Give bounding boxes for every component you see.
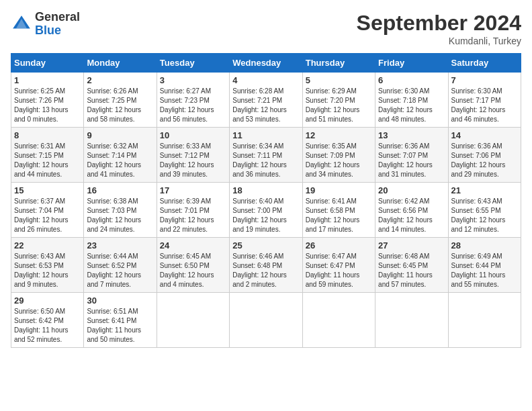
day-number: 28 [451, 240, 518, 250]
day-number: 21 [451, 185, 518, 195]
week-row-4: 22 Sunrise: 6:43 AMSunset: 6:53 PMDaylig… [11, 238, 521, 293]
col-friday: Friday [375, 54, 448, 73]
table-cell [230, 293, 302, 348]
table-cell: 10 Sunrise: 6:33 AMSunset: 7:12 PMDaylig… [157, 128, 229, 183]
day-number: 9 [87, 130, 153, 140]
cell-content: Sunrise: 6:29 AMSunset: 7:20 PMDaylight:… [306, 87, 372, 124]
cell-content: Sunrise: 6:50 AMSunset: 6:42 PMDaylight:… [14, 307, 81, 345]
day-number: 20 [378, 185, 445, 195]
day-number: 15 [14, 185, 81, 195]
cell-content: Sunrise: 6:34 AMSunset: 7:11 PMDaylight:… [232, 142, 299, 179]
table-cell: 6 Sunrise: 6:30 AMSunset: 7:18 PMDayligh… [375, 73, 448, 128]
cell-content: Sunrise: 6:35 AMSunset: 7:09 PMDaylight:… [306, 142, 372, 179]
col-saturday: Saturday [448, 54, 521, 73]
day-number: 8 [14, 130, 81, 140]
cell-content: Sunrise: 6:48 AMSunset: 6:45 PMDaylight:… [378, 252, 445, 289]
cell-content: Sunrise: 6:43 AMSunset: 6:55 PMDaylight:… [451, 197, 518, 234]
table-cell: 29 Sunrise: 6:50 AMSunset: 6:42 PMDaylig… [11, 293, 84, 348]
cell-content: Sunrise: 6:37 AMSunset: 7:04 PMDaylight:… [14, 197, 81, 234]
day-number: 11 [232, 130, 299, 140]
table-cell: 12 Sunrise: 6:35 AMSunset: 7:09 PMDaylig… [302, 128, 375, 183]
col-wednesday: Wednesday [230, 54, 302, 73]
day-number: 16 [87, 185, 153, 195]
day-number: 14 [451, 130, 518, 140]
table-cell: 1 Sunrise: 6:25 AMSunset: 7:26 PMDayligh… [11, 73, 84, 128]
cell-content: Sunrise: 6:28 AMSunset: 7:21 PMDaylight:… [232, 87, 299, 124]
col-monday: Monday [84, 54, 157, 73]
day-number: 24 [160, 240, 226, 250]
table-cell: 19 Sunrise: 6:41 AMSunset: 6:58 PMDaylig… [302, 183, 375, 238]
logo: General Blue [11, 11, 80, 38]
location-subtitle: Kumdanli, Turkey [357, 36, 521, 46]
cell-content: Sunrise: 6:36 AMSunset: 7:07 PMDaylight:… [378, 142, 445, 179]
day-number: 19 [306, 185, 372, 195]
day-number: 5 [306, 75, 372, 85]
table-cell: 13 Sunrise: 6:36 AMSunset: 7:07 PMDaylig… [375, 128, 448, 183]
table-cell: 23 Sunrise: 6:44 AMSunset: 6:52 PMDaylig… [84, 238, 157, 293]
table-cell: 22 Sunrise: 6:43 AMSunset: 6:53 PMDaylig… [11, 238, 84, 293]
day-number: 25 [232, 240, 299, 250]
week-row-3: 15 Sunrise: 6:37 AMSunset: 7:04 PMDaylig… [11, 183, 521, 238]
table-cell: 20 Sunrise: 6:42 AMSunset: 6:56 PMDaylig… [375, 183, 448, 238]
cell-content: Sunrise: 6:41 AMSunset: 6:58 PMDaylight:… [306, 197, 372, 234]
cell-content: Sunrise: 6:33 AMSunset: 7:12 PMDaylight:… [160, 142, 226, 179]
table-cell: 3 Sunrise: 6:27 AMSunset: 7:23 PMDayligh… [157, 73, 229, 128]
day-number: 29 [14, 295, 81, 306]
table-cell: 16 Sunrise: 6:38 AMSunset: 7:03 PMDaylig… [84, 183, 157, 238]
header-row: Sunday Monday Tuesday Wednesday Thursday… [11, 54, 521, 73]
day-number: 17 [160, 185, 226, 195]
cell-content: Sunrise: 6:38 AMSunset: 7:03 PMDaylight:… [87, 197, 153, 234]
day-number: 23 [87, 240, 153, 250]
cell-content: Sunrise: 6:26 AMSunset: 7:25 PMDaylight:… [87, 87, 153, 124]
cell-content: Sunrise: 6:46 AMSunset: 6:48 PMDaylight:… [232, 252, 299, 289]
cell-content: Sunrise: 6:32 AMSunset: 7:14 PMDaylight:… [87, 142, 153, 179]
week-row-1: 1 Sunrise: 6:25 AMSunset: 7:26 PMDayligh… [11, 73, 521, 128]
cell-content: Sunrise: 6:30 AMSunset: 7:18 PMDaylight:… [378, 87, 445, 124]
day-number: 22 [14, 240, 81, 250]
table-cell: 17 Sunrise: 6:39 AMSunset: 7:01 PMDaylig… [157, 183, 229, 238]
day-number: 3 [160, 75, 226, 85]
cell-content: Sunrise: 6:27 AMSunset: 7:23 PMDaylight:… [160, 87, 226, 124]
cell-content: Sunrise: 6:43 AMSunset: 6:53 PMDaylight:… [14, 252, 81, 289]
table-cell: 28 Sunrise: 6:49 AMSunset: 6:44 PMDaylig… [448, 238, 521, 293]
day-number: 10 [160, 130, 226, 140]
cell-content: Sunrise: 6:25 AMSunset: 7:26 PMDaylight:… [14, 87, 81, 124]
day-number: 13 [378, 130, 445, 140]
calendar-table: Sunday Monday Tuesday Wednesday Thursday… [11, 53, 521, 348]
col-thursday: Thursday [302, 54, 375, 73]
day-number: 1 [14, 75, 81, 85]
day-number: 4 [232, 75, 299, 85]
day-number: 18 [232, 185, 299, 195]
logo-icon [11, 13, 32, 35]
cell-content: Sunrise: 6:36 AMSunset: 7:06 PMDaylight:… [451, 142, 518, 179]
table-cell: 14 Sunrise: 6:36 AMSunset: 7:06 PMDaylig… [448, 128, 521, 183]
day-number: 6 [378, 75, 445, 85]
cell-content: Sunrise: 6:42 AMSunset: 6:56 PMDaylight:… [378, 197, 445, 234]
col-tuesday: Tuesday [157, 54, 229, 73]
table-cell: 4 Sunrise: 6:28 AMSunset: 7:21 PMDayligh… [230, 73, 302, 128]
table-cell [302, 293, 375, 348]
table-cell: 8 Sunrise: 6:31 AMSunset: 7:15 PMDayligh… [11, 128, 84, 183]
logo-general: General [35, 11, 80, 24]
table-cell: 5 Sunrise: 6:29 AMSunset: 7:20 PMDayligh… [302, 73, 375, 128]
cell-content: Sunrise: 6:30 AMSunset: 7:17 PMDaylight:… [451, 87, 518, 124]
week-row-2: 8 Sunrise: 6:31 AMSunset: 7:15 PMDayligh… [11, 128, 521, 183]
day-number: 7 [451, 75, 518, 85]
table-cell: 26 Sunrise: 6:47 AMSunset: 6:47 PMDaylig… [302, 238, 375, 293]
logo-text: General Blue [35, 11, 80, 38]
week-row-5: 29 Sunrise: 6:50 AMSunset: 6:42 PMDaylig… [11, 293, 521, 348]
table-cell: 18 Sunrise: 6:40 AMSunset: 7:00 PMDaylig… [230, 183, 302, 238]
cell-content: Sunrise: 6:40 AMSunset: 7:00 PMDaylight:… [232, 197, 299, 234]
table-cell: 25 Sunrise: 6:46 AMSunset: 6:48 PMDaylig… [230, 238, 302, 293]
table-cell: 2 Sunrise: 6:26 AMSunset: 7:25 PMDayligh… [84, 73, 157, 128]
day-number: 26 [306, 240, 372, 250]
table-cell: 27 Sunrise: 6:48 AMSunset: 6:45 PMDaylig… [375, 238, 448, 293]
day-number: 2 [87, 75, 153, 85]
cell-content: Sunrise: 6:51 AMSunset: 6:41 PMDaylight:… [87, 307, 153, 345]
table-cell: 15 Sunrise: 6:37 AMSunset: 7:04 PMDaylig… [11, 183, 84, 238]
month-year-title: September 2024 [357, 11, 521, 36]
cell-content: Sunrise: 6:31 AMSunset: 7:15 PMDaylight:… [14, 142, 81, 179]
day-number: 12 [306, 130, 372, 140]
table-cell [157, 293, 229, 348]
cell-content: Sunrise: 6:49 AMSunset: 6:44 PMDaylight:… [451, 252, 518, 289]
